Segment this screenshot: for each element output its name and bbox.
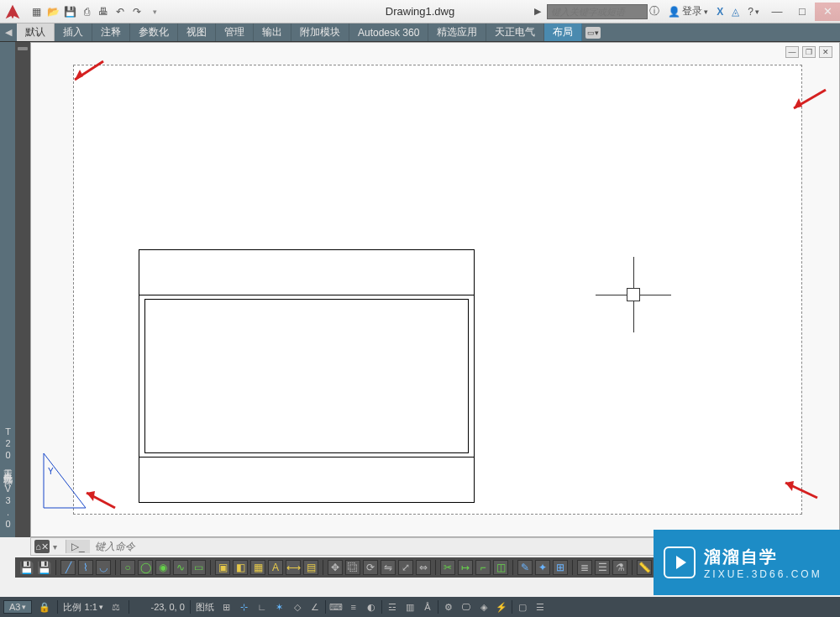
- ribbon-collapse-icon[interactable]: ▭▾: [585, 27, 601, 39]
- ribbon-tab-featured[interactable]: 精选应用: [428, 24, 486, 41]
- help-search-input[interactable]: [547, 4, 648, 19]
- qat-saveas-icon[interactable]: ⎙: [79, 4, 94, 19]
- tool-fillet-icon[interactable]: ⌐: [475, 560, 491, 575]
- ribbon-tab-a360[interactable]: Autodesk 360: [349, 24, 428, 41]
- tool-block-icon[interactable]: ◧: [233, 560, 248, 575]
- status-sheet-size[interactable]: A3▾: [3, 600, 32, 614]
- qat-open-icon[interactable]: 📂: [45, 4, 60, 19]
- status-grid-icon[interactable]: ⊞: [219, 599, 234, 614]
- qat-more-icon[interactable]: [146, 4, 161, 19]
- tool-offset-icon[interactable]: ◫: [493, 560, 508, 575]
- status-otrack-icon[interactable]: ∠: [307, 599, 323, 614]
- tool-measure-icon[interactable]: 📏: [637, 560, 652, 575]
- tool-array-icon[interactable]: ⊞: [553, 560, 568, 575]
- tool-rect-icon[interactable]: ▭: [191, 560, 206, 575]
- ribbon-tab-telec[interactable]: 天正电气: [486, 24, 544, 41]
- tool-scale-icon[interactable]: ⤢: [398, 560, 413, 575]
- tool-text-icon[interactable]: A: [268, 560, 283, 575]
- tool-line-icon[interactable]: ╱: [60, 560, 76, 575]
- tool-dim-icon[interactable]: ⟷: [286, 560, 301, 575]
- status-ortho-icon[interactable]: ∟: [255, 599, 270, 614]
- tool-saveall-icon[interactable]: 💾: [36, 560, 51, 575]
- ribbon-tab-output[interactable]: 输出: [254, 24, 291, 41]
- ribbon-tab-parametric[interactable]: 参数化: [130, 24, 178, 41]
- status-iso-icon[interactable]: ◈: [476, 599, 491, 614]
- tool-table-icon[interactable]: ▤: [303, 560, 318, 575]
- status-lwt-icon[interactable]: ≡: [346, 599, 361, 614]
- doc-minimize-icon[interactable]: —: [785, 46, 799, 58]
- status-hw-icon[interactable]: ⚡: [494, 599, 509, 614]
- status-scale-dropdown[interactable]: 比例 1:1▾: [63, 601, 102, 614]
- tool-rotate-icon[interactable]: ⟳: [363, 560, 378, 575]
- qat-new-icon[interactable]: ▦: [29, 4, 44, 19]
- tool-mirror-icon[interactable]: ⇋: [381, 560, 396, 575]
- tool-insert-icon[interactable]: ▣: [215, 560, 230, 575]
- tool-move-icon[interactable]: ✥: [328, 560, 343, 575]
- status-ws-icon[interactable]: ⚙: [441, 599, 456, 614]
- status-polar-icon[interactable]: ✶: [272, 599, 287, 614]
- exchange-apps-icon[interactable]: ◬: [730, 6, 741, 18]
- tool-ellipse-icon[interactable]: ◯: [138, 560, 153, 575]
- tool-pline-icon[interactable]: ⌇: [78, 560, 93, 575]
- qat-save-icon[interactable]: 💾: [62, 4, 77, 19]
- status-anno-icon[interactable]: Å: [420, 599, 435, 614]
- qat-redo-icon[interactable]: ↷: [129, 4, 144, 19]
- infocenter-icon[interactable]: ⓘ: [648, 4, 661, 18]
- ribbon-tab-view[interactable]: 视图: [178, 24, 216, 41]
- tool-explode-icon[interactable]: ✦: [535, 560, 550, 575]
- search-trigger-icon[interactable]: ▶: [532, 6, 543, 17]
- tool-trim-icon[interactable]: ✂: [440, 560, 455, 575]
- palette-collapsed-strip[interactable]: [15, 42, 30, 537]
- drawing-canvas[interactable]: — ❐ ✕ Y: [30, 42, 840, 537]
- status-sc-icon[interactable]: ▥: [402, 599, 417, 614]
- cmd-history-icon[interactable]: ▾: [51, 542, 59, 552]
- tool-erase-icon[interactable]: ✎: [517, 560, 533, 575]
- tool-hatch-icon[interactable]: ▦: [250, 560, 265, 575]
- status-trans-icon[interactable]: ◐: [364, 599, 379, 614]
- status-paper-toggle[interactable]: 图纸: [196, 601, 214, 614]
- ribbon-tab-addins[interactable]: 附加模块: [291, 24, 349, 41]
- status-lock-icon[interactable]: 🔒: [37, 599, 52, 614]
- ribbon-tab-default[interactable]: 默认: [17, 24, 55, 41]
- ribbon-tab-annotate[interactable]: 注释: [92, 24, 130, 41]
- tool-extend-icon[interactable]: ↦: [458, 560, 473, 575]
- cmd-close-icon[interactable]: ⌂✕: [34, 540, 50, 553]
- exchange-x-icon[interactable]: X: [715, 6, 725, 18]
- doc-close-icon[interactable]: ✕: [819, 46, 832, 58]
- titlebar: ▦ 📂 💾 ⎙ 🖶 ↶ ↷ Drawing1.dwg ▶ ⓘ 👤 登录 ▾ X …: [0, 0, 840, 24]
- palette-title[interactable]: T20天正电气软件 V3.0: [0, 42, 15, 537]
- tool-props-icon[interactable]: ☰: [595, 560, 610, 575]
- ribbon-tab-manage[interactable]: 管理: [216, 24, 254, 41]
- tool-spline-icon[interactable]: ∿: [173, 560, 188, 575]
- status-qp-icon[interactable]: ☲: [385, 599, 400, 614]
- login-button[interactable]: 👤 登录 ▾: [666, 4, 710, 18]
- tool-stretch-icon[interactable]: ⇔: [416, 560, 431, 575]
- qat-undo-icon[interactable]: ↶: [113, 4, 128, 19]
- doc-restore-icon[interactable]: ❐: [802, 46, 816, 58]
- status-clean-icon[interactable]: ▢: [515, 599, 530, 614]
- status-dyn-icon[interactable]: ⌨: [328, 599, 344, 614]
- status-snap-icon[interactable]: ⊹: [237, 599, 252, 614]
- window-close-icon[interactable]: ✕: [815, 3, 840, 21]
- tool-arc-icon[interactable]: ◡: [96, 560, 111, 575]
- help-icon[interactable]: ?▾: [746, 6, 761, 18]
- tool-circle-icon[interactable]: ○: [120, 560, 135, 575]
- quick-access-toolbar: ▦ 📂 💾 ⎙ 🖶 ↶ ↷: [25, 4, 165, 19]
- tool-save-icon[interactable]: 💾: [18, 560, 34, 575]
- tool-layer-icon[interactable]: ≣: [577, 560, 592, 575]
- qat-print-icon[interactable]: 🖶: [96, 4, 111, 19]
- cmd-prompt-icon[interactable]: ▷_: [66, 540, 90, 553]
- status-osnap-icon[interactable]: ◇: [290, 599, 305, 614]
- tool-donut-icon[interactable]: ◉: [155, 560, 171, 575]
- tool-match-icon[interactable]: ⚗: [612, 560, 627, 575]
- window-minimize-icon[interactable]: —: [764, 3, 790, 21]
- ribbon-tab-layout[interactable]: 布局: [544, 24, 582, 41]
- status-monitor-icon[interactable]: 🖵: [459, 599, 474, 614]
- ribbon-tab-insert[interactable]: 插入: [55, 24, 92, 41]
- tool-copy-icon[interactable]: ⿻: [345, 560, 360, 575]
- ribbon-scroll-left-icon[interactable]: ◀: [0, 24, 17, 41]
- app-logo-icon[interactable]: [0, 0, 25, 24]
- status-scale-sync-icon[interactable]: ⚖: [108, 599, 123, 614]
- status-custom-icon[interactable]: ☰: [533, 599, 548, 614]
- window-maximize-icon[interactable]: □: [790, 3, 815, 21]
